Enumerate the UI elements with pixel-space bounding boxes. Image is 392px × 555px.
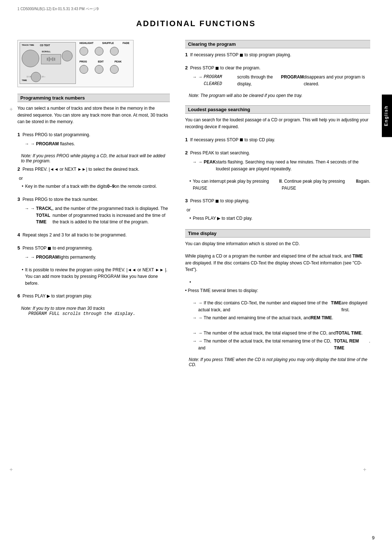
fade-btn[interactable] xyxy=(110,47,119,56)
clearing-step-2: 2 Press STOP to clear the program. → PRO… xyxy=(185,64,370,87)
step-2: 2 Press PREV. |◄◄ or NEXT ►►| to select … xyxy=(17,166,170,190)
right-column: Clearing the program 1 If necessary pres… xyxy=(185,40,370,374)
review-bullet: It is possible to review the program usi… xyxy=(17,267,170,287)
loudest-bullet: You can interrupt peak play by pressing … xyxy=(185,178,370,191)
note-prog: Note: If you press PROG while playing a … xyxy=(21,153,170,163)
time-display-intro: You can display time information which i… xyxy=(185,240,370,247)
edit-label: EDIT xyxy=(98,60,104,63)
crosshair-bottom-left xyxy=(11,469,17,475)
time-label: TIME xyxy=(22,79,27,81)
crosshair-bottom-right xyxy=(364,469,370,475)
step-5: 5 Press STOP to end programming. → PROGR… xyxy=(17,244,170,261)
shuffle-label: SHUFFLE xyxy=(102,42,114,44)
disc-oval xyxy=(22,50,39,67)
cd-text-label: CD TEXT xyxy=(40,44,50,46)
time-display-section: Time display You can display time inform… xyxy=(185,229,370,368)
peak-btn[interactable] xyxy=(110,65,119,74)
clearing-step-1: 1 If necessary press STOP to stop progra… xyxy=(185,51,370,58)
clearing-heading: Clearing the program xyxy=(185,40,370,48)
programming-section: Programming track numbers You can select… xyxy=(17,94,170,316)
clearing-section: Clearing the program 1 If necessary pres… xyxy=(185,40,370,98)
scroll-label: SCROLL xyxy=(42,50,51,53)
time-display-para: While playing a CD or a program the numb… xyxy=(185,253,370,273)
time-bullets: → If the disc contains CD-Text, the numb… xyxy=(185,300,370,351)
file-info: 1 CD5000/NLB(1-12) En 01.5.31 3:43 PM ペー… xyxy=(17,7,98,12)
loudest-step-2: 2 Press PEAK to start searching. → PEAK … xyxy=(185,149,370,172)
page-title: ADDITIONAL FUNCTIONS xyxy=(0,19,392,28)
note-30-tracks: Note: If you try to store more than 30 t… xyxy=(21,306,170,316)
prog-btn[interactable] xyxy=(79,65,88,74)
programming-heading: Programming track numbers xyxy=(17,94,170,102)
time-note: Note: If you press TIME when the CD is n… xyxy=(189,357,370,367)
highlight-btn[interactable] xyxy=(79,47,88,56)
scroll-oval xyxy=(62,50,73,61)
shuffle-btn[interactable] xyxy=(95,47,103,56)
crosshair-left xyxy=(11,109,17,115)
track-time-label: TRACK TIME xyxy=(22,44,34,46)
clearing-note: Note: The program will also be cleared i… xyxy=(189,93,370,98)
step-4: 4 Repeat steps 2 and 3 for all tracks to… xyxy=(17,231,170,239)
programming-intro: You can select a number of tracks and st… xyxy=(17,105,170,125)
loudest-heading: Loudest passage searching xyxy=(185,105,370,114)
loudest-step-1: 1 If necessary press STOP to stop CD pla… xyxy=(185,136,370,143)
time-bullet-heading: • Press TIME several times to display: xyxy=(185,279,370,294)
english-tab: English xyxy=(382,94,392,137)
device-image: HIGHLIGHT SHUFFLE FADE PROG EDIT PEAK CD… xyxy=(17,40,134,87)
peak-label: PEAK xyxy=(115,60,122,63)
step-3: 3 Press PROG to store the track number. … xyxy=(17,196,170,226)
left-column: HIGHLIGHT SHUFFLE FADE PROG EDIT PEAK CD… xyxy=(17,40,170,324)
time-oval xyxy=(31,72,41,82)
edit-btn[interactable] xyxy=(95,65,103,74)
prog-label: PROG xyxy=(79,60,87,63)
loudest-section: Loudest passage searching You can search… xyxy=(185,105,370,222)
step-1: 1 Press PROG to start programming. → PRO… xyxy=(17,131,170,147)
highlight-label: HIGHLIGHT xyxy=(79,42,94,44)
step-6: 6 Press PLAY ▶ to start program play. xyxy=(17,292,170,300)
loudest-intro: You can search for the loudest passage o… xyxy=(185,117,370,130)
small-display xyxy=(41,54,61,64)
time-display-heading: Time display xyxy=(185,229,370,238)
loudest-step-3: 3 Press STOP to stop playing. or Press P… xyxy=(185,197,370,222)
fade-label: FADE xyxy=(123,42,130,44)
page-number: 9 xyxy=(372,535,375,540)
